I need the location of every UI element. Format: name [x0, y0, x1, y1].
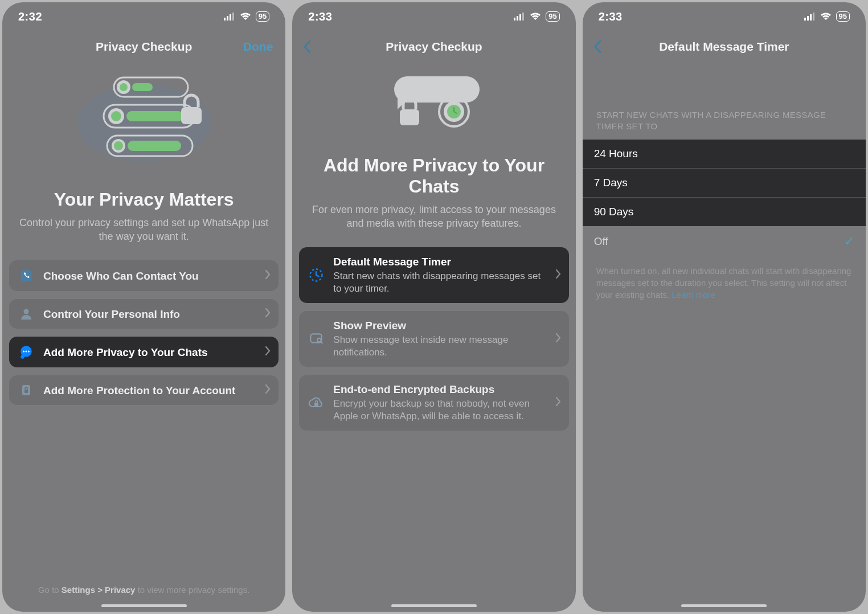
page-title: Default Message Timer: [659, 40, 789, 54]
svg-rect-40: [807, 16, 809, 21]
learn-more-link[interactable]: Learn more: [672, 290, 715, 300]
phone-icon: [17, 268, 35, 283]
svg-rect-8: [132, 83, 153, 91]
svg-rect-27: [517, 16, 518, 21]
cellular-icon: [514, 13, 525, 21]
chevron-right-icon: [265, 346, 271, 358]
svg-point-23: [28, 351, 30, 353]
back-button[interactable]: [593, 39, 603, 54]
item-control-personal-info[interactable]: Control Your Personal Info: [9, 299, 279, 329]
svg-point-19: [24, 309, 29, 314]
svg-point-11: [111, 111, 121, 121]
item-default-message-timer[interactable]: Default Message Timer Start new chats wi…: [299, 247, 568, 303]
timer-options-list: 24 Hours 7 Days 90 Days Off ✓: [583, 140, 866, 257]
svg-rect-17: [128, 141, 181, 151]
item-title: Default Message Timer: [333, 255, 547, 269]
option-7-days[interactable]: 7 Days: [583, 169, 866, 198]
cellular-icon: [804, 13, 816, 21]
chevron-right-icon: [265, 308, 271, 320]
svg-point-21: [23, 351, 24, 353]
chevron-right-icon: [555, 396, 561, 409]
wifi-icon: [240, 13, 251, 21]
home-indicator[interactable]: [681, 604, 767, 607]
nav-bar: Privacy Checkup Done: [2, 31, 285, 63]
hero: Add More Privacy to Your Chats For even …: [299, 63, 568, 247]
status-time: 2:32: [18, 10, 42, 23]
svg-rect-29: [522, 13, 524, 21]
option-90-days[interactable]: 90 Days: [583, 198, 866, 226]
status-bar: 2:33 95: [583, 2, 866, 31]
item-title: End-to-end Encrypted Backups: [333, 383, 547, 396]
home-indicator[interactable]: [101, 604, 187, 607]
item-encrypted-backups[interactable]: End-to-end Encrypted Backups Encrypt you…: [299, 375, 568, 431]
screen-default-message-timer: 2:33 95 Default Message Timer START NEW …: [583, 2, 866, 612]
option-24-hours[interactable]: 24 Hours: [583, 140, 866, 169]
item-show-preview[interactable]: Show Preview Show message text inside ne…: [299, 311, 568, 367]
chat-bubble-icon: [17, 345, 35, 359]
svg-rect-12: [126, 111, 183, 121]
status-time: 2:33: [599, 10, 623, 23]
option-off[interactable]: Off ✓: [583, 226, 866, 257]
shield-icon: [17, 383, 35, 397]
screen-add-more-privacy: 2:33 95 Privacy Checkup: [292, 2, 575, 612]
hero-subtitle: Control your privacy settings and set up…: [9, 216, 279, 244]
status-bar: 2:33 95: [292, 2, 575, 31]
item-choose-who-can-contact[interactable]: Choose Who Can Contact You: [9, 260, 279, 291]
nav-bar: Default Message Timer: [583, 31, 866, 63]
svg-rect-25: [24, 390, 28, 393]
chevron-right-icon: [555, 269, 561, 281]
person-icon: [17, 307, 35, 321]
nav-bar: Privacy Checkup: [292, 31, 575, 63]
svg-point-22: [25, 351, 27, 353]
svg-rect-39: [804, 18, 806, 21]
item-title: Add More Privacy to Your Chats: [43, 346, 257, 359]
option-label: Off: [594, 235, 608, 248]
privacy-toggles-illustration: [73, 66, 215, 171]
preview-icon: [307, 331, 325, 346]
option-label: 7 Days: [594, 177, 628, 189]
checkmark-icon: ✓: [844, 234, 854, 249]
done-button[interactable]: Done: [243, 40, 273, 54]
svg-point-16: [114, 141, 123, 150]
back-button[interactable]: [302, 39, 313, 54]
battery-indicator: 95: [546, 11, 559, 22]
svg-rect-3: [232, 13, 234, 21]
status-time: 2:33: [308, 10, 332, 23]
status-icons: 95: [514, 11, 559, 22]
page-title: Privacy Checkup: [386, 40, 482, 54]
svg-rect-31: [400, 109, 419, 125]
status-icons: 95: [804, 11, 850, 22]
item-subtitle: Encrypt your backup so that nobody, not …: [333, 398, 547, 423]
chat-lock-timer-illustration: [366, 66, 502, 137]
item-add-account-protection[interactable]: Add More Protection to Your Account: [9, 375, 279, 405]
battery-indicator: 95: [836, 11, 850, 22]
status-icons: 95: [224, 11, 269, 22]
screen-privacy-checkup-main: 2:32 95 Privacy Checkup Done: [2, 2, 285, 612]
chevron-right-icon: [265, 384, 271, 396]
item-title: Control Your Personal Info: [43, 308, 257, 321]
svg-rect-38: [314, 403, 318, 406]
hero-title: Your Privacy Matters: [54, 189, 234, 210]
wifi-icon: [820, 13, 832, 21]
item-subtitle: Show message text inside new message not…: [333, 334, 547, 359]
hero-subtitle: For even more privacy, limit access to y…: [299, 203, 568, 231]
cellular-icon: [224, 13, 235, 21]
battery-indicator: 95: [256, 11, 269, 22]
section-header: START NEW CHATS WITH A DISAPPEARING MESS…: [589, 63, 859, 140]
svg-rect-42: [813, 13, 814, 21]
home-indicator[interactable]: [391, 604, 477, 607]
svg-rect-2: [230, 14, 231, 21]
page-title: Privacy Checkup: [96, 40, 192, 54]
cloud-lock-icon: [307, 396, 325, 409]
svg-rect-13: [181, 107, 202, 124]
status-bar: 2:32 95: [2, 2, 285, 31]
svg-point-7: [120, 83, 128, 91]
svg-rect-28: [519, 14, 521, 21]
option-label: 90 Days: [594, 206, 634, 218]
svg-rect-1: [227, 16, 228, 21]
footnote: When turned on, all new individual chats…: [589, 257, 859, 301]
item-add-privacy-to-chats[interactable]: Add More Privacy to Your Chats: [9, 337, 279, 367]
hero: Your Privacy Matters Control your privac…: [9, 63, 279, 260]
svg-rect-41: [810, 14, 812, 21]
item-subtitle: Start new chats with disappearing messag…: [333, 270, 547, 295]
